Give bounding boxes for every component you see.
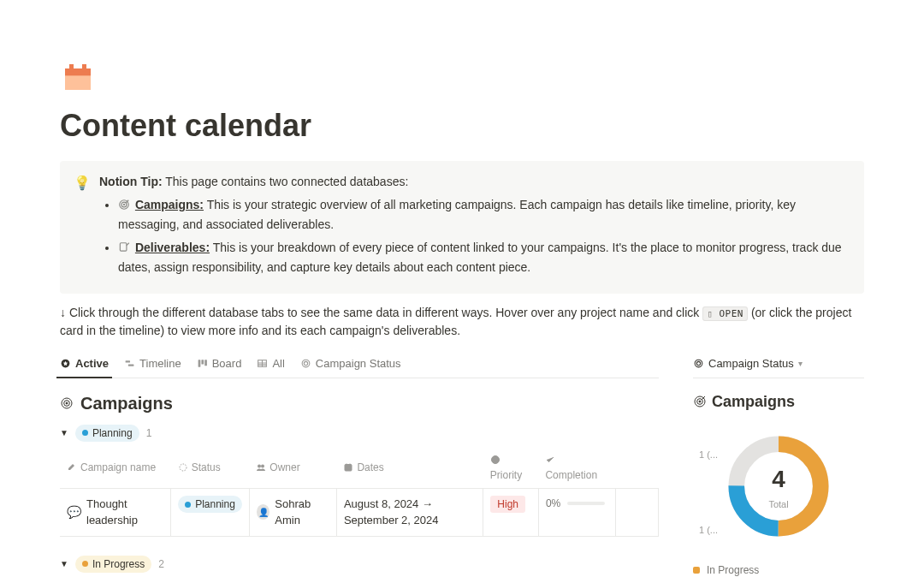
svg-rect-1 bbox=[65, 68, 91, 75]
column-header[interactable]: Priority bbox=[483, 447, 539, 489]
right-tab-campaign-status[interactable]: Campaign Status ▾ bbox=[693, 355, 864, 378]
tab-all[interactable]: All bbox=[257, 355, 284, 372]
status-pill[interactable]: Planning bbox=[75, 425, 139, 442]
toggle-triangle-icon[interactable]: ▼ bbox=[60, 426, 68, 439]
page-icon-calendar[interactable] bbox=[60, 60, 96, 94]
svg-rect-23 bbox=[345, 464, 352, 471]
campaigns-table: Campaign nameStatusOwnerDatesPriorityCom… bbox=[60, 447, 659, 537]
tab-campaign-status[interactable]: Campaign Status bbox=[300, 355, 401, 372]
tip-label: Notion Tip: bbox=[99, 175, 163, 188]
group-count: 2 bbox=[158, 556, 164, 572]
notion-tip-callout: 💡 Notion Tip: This page contains two con… bbox=[60, 161, 864, 294]
lightbulb-icon: 💡 bbox=[74, 173, 91, 282]
tab-board[interactable]: Board bbox=[197, 355, 242, 372]
target-icon bbox=[118, 198, 130, 216]
timeline-icon bbox=[124, 358, 135, 369]
status-pill[interactable]: Planning bbox=[178, 496, 242, 513]
column-header[interactable]: Owner bbox=[249, 447, 336, 489]
campaign-name[interactable]: Thought leadership bbox=[86, 496, 163, 529]
svg-rect-7 bbox=[120, 243, 127, 251]
database-tabs: Active Timeline Board All Campaign Statu… bbox=[60, 355, 659, 378]
dates-cell: August 8, 2024 → September 2, 2024 bbox=[336, 488, 483, 536]
svg-point-15 bbox=[302, 360, 310, 367]
donut-total-number: 4 bbox=[768, 461, 788, 497]
callout-item-deliverables: Deliverables: This is your breakdown of … bbox=[118, 239, 850, 277]
svg-point-19 bbox=[66, 402, 68, 404]
right-db-title[interactable]: Campaigns bbox=[693, 390, 864, 413]
table-icon bbox=[257, 358, 268, 369]
tab-active[interactable]: Active bbox=[60, 355, 109, 372]
svg-rect-9 bbox=[126, 361, 130, 363]
priority-pill: High bbox=[490, 496, 525, 513]
svg-point-6 bbox=[123, 204, 124, 205]
donut-side-label-1: 1 (... bbox=[699, 448, 718, 462]
group-header[interactable]: ▼ In Progress 2 bbox=[60, 556, 659, 573]
group-header[interactable]: ▼ Planning 1 bbox=[60, 425, 659, 442]
donut-total-label: Total bbox=[768, 497, 788, 511]
svg-point-16 bbox=[304, 362, 307, 366]
board-icon bbox=[197, 358, 208, 369]
svg-rect-2 bbox=[69, 64, 74, 71]
database-title[interactable]: Campaigns bbox=[60, 390, 659, 416]
owner-name: Sohrab Amin bbox=[275, 496, 329, 529]
status-donut-chart[interactable]: 1 (... 1 (... 4 Total bbox=[723, 431, 834, 542]
open-badge: OPEN bbox=[702, 306, 748, 321]
tab-timeline[interactable]: Timeline bbox=[124, 355, 181, 372]
column-header[interactable]: Status bbox=[171, 447, 250, 489]
svg-rect-12 bbox=[201, 360, 204, 364]
column-header[interactable]: Completion bbox=[538, 447, 615, 489]
donut-icon bbox=[300, 358, 311, 369]
hint-paragraph: ↓ Click through the different database t… bbox=[60, 304, 864, 340]
target-icon bbox=[60, 396, 74, 410]
donut-icon bbox=[693, 358, 704, 369]
star-badge-icon bbox=[60, 358, 71, 369]
svg-point-22 bbox=[261, 464, 264, 467]
tip-text: This page contains two connected databas… bbox=[163, 175, 409, 188]
table-row[interactable]: 💬Thought leadership Planning 👤Sohrab Ami… bbox=[60, 488, 659, 536]
group-count: 1 bbox=[146, 425, 152, 441]
chart-legend: In ProgressPlanning bbox=[693, 562, 864, 578]
svg-point-34 bbox=[699, 401, 701, 402]
chevron-down-icon: ▾ bbox=[798, 357, 803, 370]
svg-point-20 bbox=[180, 464, 187, 471]
svg-point-30 bbox=[695, 360, 702, 367]
avatar: 👤 bbox=[257, 504, 270, 520]
page-title[interactable]: Content calendar bbox=[60, 103, 864, 149]
completion-cell: 0% bbox=[546, 496, 608, 511]
row-emoji-icon: 💬 bbox=[67, 503, 81, 521]
toggle-triangle-icon[interactable]: ▼ bbox=[60, 557, 68, 570]
svg-rect-10 bbox=[128, 365, 134, 366]
donut-side-label-2: 1 (... bbox=[699, 523, 718, 538]
svg-point-21 bbox=[258, 464, 261, 467]
svg-rect-3 bbox=[82, 64, 86, 71]
column-header[interactable]: Campaign name bbox=[60, 447, 171, 489]
svg-rect-11 bbox=[198, 360, 200, 367]
svg-point-31 bbox=[696, 362, 700, 366]
status-pill[interactable]: In Progress bbox=[75, 556, 151, 573]
svg-rect-13 bbox=[204, 360, 207, 366]
callout-item-campaigns: Campaigns: This is your strategic overvi… bbox=[118, 196, 850, 234]
legend-item: In Progress bbox=[693, 562, 864, 578]
column-header[interactable]: Dates bbox=[336, 447, 483, 489]
deliverable-icon bbox=[118, 241, 130, 259]
